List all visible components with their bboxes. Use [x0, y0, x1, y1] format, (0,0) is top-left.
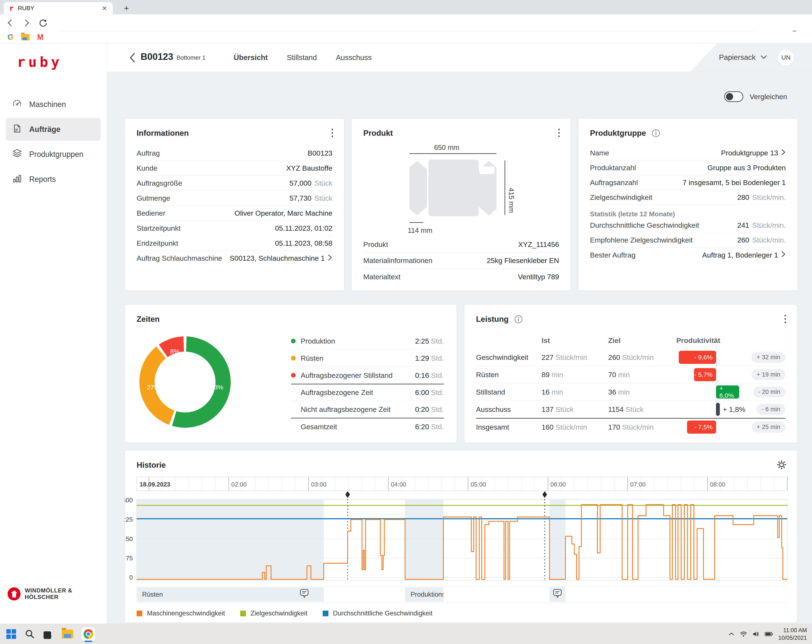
layers-icon: [12, 149, 22, 160]
ruby-logo: ruby: [17, 54, 63, 70]
annotation-row: RüstenProduktions...: [137, 586, 787, 603]
legend-label: Auftragsbezogener Stillstand: [301, 371, 415, 380]
task-view-icon[interactable]: [44, 629, 53, 639]
kebab-menu-icon[interactable]: [331, 129, 333, 137]
info-icon[interactable]: [514, 315, 523, 324]
legend-dot-icon: [291, 339, 296, 343]
ist-value: 160 Stück/min: [542, 423, 587, 431]
tray-chevron-up-icon[interactable]: [728, 632, 734, 636]
search-icon[interactable]: [24, 629, 35, 639]
info-icon[interactable]: [652, 129, 660, 137]
kebab-menu-icon[interactable]: [558, 129, 560, 137]
sidebar-item-aufträge[interactable]: Aufträge: [6, 118, 101, 141]
table-row: NameProduktgruppe 13: [590, 146, 786, 160]
ziel-value: 170 Stück/min: [608, 423, 653, 431]
tab-close-icon[interactable]: ✕: [102, 5, 107, 12]
row-value: 05.11.2023, 08:58: [275, 239, 333, 247]
card-title: Zeiten: [137, 315, 160, 324]
annotation-box[interactable]: Produktions...: [405, 588, 443, 602]
annotation-box[interactable]: [549, 588, 565, 602]
row-label: Produktanzahl: [590, 164, 636, 172]
svg-text:03:00: 03:00: [311, 481, 327, 488]
historie-chart: 30022515075002:0003:0004:0005:0006:0007:…: [125, 473, 797, 585]
forward-icon[interactable]: [20, 17, 33, 29]
gauge-icon: [12, 99, 22, 110]
bookmark-folder-icon[interactable]: [21, 34, 30, 40]
total-label: Gesamtzeit: [301, 423, 415, 431]
gear-icon[interactable]: [777, 460, 786, 470]
kebab-menu-icon[interactable]: [784, 315, 786, 323]
col-produktivitaet: Produktivität: [655, 336, 720, 345]
metric-label: Rüsten: [476, 371, 499, 378]
sack-valve: [479, 166, 495, 174]
chevron-right-icon: [781, 149, 786, 157]
legend-time: 1:29 Std.: [415, 354, 444, 362]
back-chevron-icon[interactable]: [128, 52, 136, 65]
col-ist: Ist: [542, 336, 550, 345]
row-value: 57,000 Stück: [290, 179, 333, 187]
row-value[interactable]: Produktgruppe 13: [721, 149, 786, 157]
reload-icon[interactable]: [37, 17, 49, 29]
dim-width-line: [409, 153, 496, 154]
annotation-box[interactable]: Rüsten: [137, 588, 324, 602]
legend-label: Zielgeschwindigkeit: [250, 609, 307, 617]
row-label: Materialtext: [363, 273, 400, 281]
legend-label: Durchschnittliche Geschwindigkeit: [333, 609, 432, 617]
row-label: Zielgeschwindigkeit: [590, 193, 652, 201]
row-label: Auftragsanzahl: [590, 179, 638, 187]
product-type-select[interactable]: Papiersack: [719, 53, 767, 61]
volume-icon[interactable]: [752, 631, 759, 637]
minutes-badge: - 20 min: [753, 386, 785, 397]
bar-chart-icon: [12, 174, 22, 185]
battery-icon[interactable]: [765, 632, 773, 636]
row-value: 260 Stück/min.: [737, 236, 786, 244]
bookmark-gmail-icon[interactable]: M: [37, 33, 44, 42]
productivity-bar: - 7,5%: [687, 421, 716, 433]
taskbar-clock[interactable]: 11:00 AM 10/05/2021: [778, 626, 807, 642]
row-label: Kunde: [137, 164, 157, 172]
sidebar-item-produktgruppen[interactable]: Produktgruppen: [6, 143, 101, 166]
user-avatar[interactable]: UN: [778, 50, 794, 65]
dim-bottom-label: 114 mm: [408, 226, 432, 235]
browser-tab[interactable]: r RUBY ✕: [4, 2, 113, 14]
leistung-row-rüsten: Rüsten89 min70 min- 5,7%+ 19 min: [476, 366, 785, 383]
compare-toggle[interactable]: [724, 92, 743, 102]
card-produkt: Produkt 650 mm 415 mm 114 mm ProduktXYZ_…: [351, 118, 571, 291]
card-title: Produkt: [363, 129, 393, 137]
back-icon[interactable]: [4, 17, 17, 29]
sidebar-item-maschinen[interactable]: Maschinen: [6, 93, 101, 116]
bookmarks-bar: G M: [0, 31, 812, 43]
start-button-icon[interactable]: [6, 629, 16, 639]
file-explorer-icon[interactable]: [62, 630, 73, 638]
tab-übersicht[interactable]: Übersicht: [234, 53, 268, 62]
bookmark-google-icon[interactable]: G: [8, 33, 14, 42]
machine-subtitle: Bottomer 1: [177, 54, 206, 61]
comment-bubble-icon[interactable]: [300, 589, 309, 600]
row-label: Gutmenge: [137, 194, 170, 202]
clock-time: 11:00 AM: [778, 626, 807, 634]
row-value[interactable]: Auftrag 1, Bodenleger 1: [702, 250, 786, 259]
document-icon: [12, 124, 22, 135]
svg-text:06:00: 06:00: [550, 481, 566, 488]
compare-label: Vergleichen: [749, 93, 787, 101]
sidebar-item-reports[interactable]: Reports: [6, 168, 101, 191]
chrome-taskbar-icon[interactable]: [82, 627, 95, 641]
row-value: XYZ_111456: [518, 240, 559, 249]
tab-stillstand[interactable]: Stillstand: [287, 53, 317, 62]
row-label: Auftragsgröße: [137, 179, 182, 187]
table-row: AuftragB00123: [137, 146, 333, 161]
sidebar-item-label: Reports: [29, 175, 56, 184]
toggle-knob: [726, 93, 733, 100]
tab-ausschuss[interactable]: Ausschuss: [336, 53, 371, 62]
tab-favicon: r: [9, 4, 14, 12]
minutes-badge: - 6 min: [756, 404, 785, 415]
row-label: Auftrag Schlauchmaschine: [137, 254, 222, 262]
comment-bubble-icon[interactable]: [553, 589, 562, 600]
wifi-icon[interactable]: [740, 631, 747, 637]
new-tab-button[interactable]: +: [122, 3, 131, 13]
legend-dot-icon: [291, 373, 296, 378]
minutes-badge: + 25 min: [751, 421, 785, 433]
total-label: Nicht auftragsbezogene Zeit: [301, 405, 415, 414]
row-value[interactable]: S00123, Schlauchmaschine 1: [230, 254, 333, 263]
svg-text:04:00: 04:00: [391, 481, 406, 488]
